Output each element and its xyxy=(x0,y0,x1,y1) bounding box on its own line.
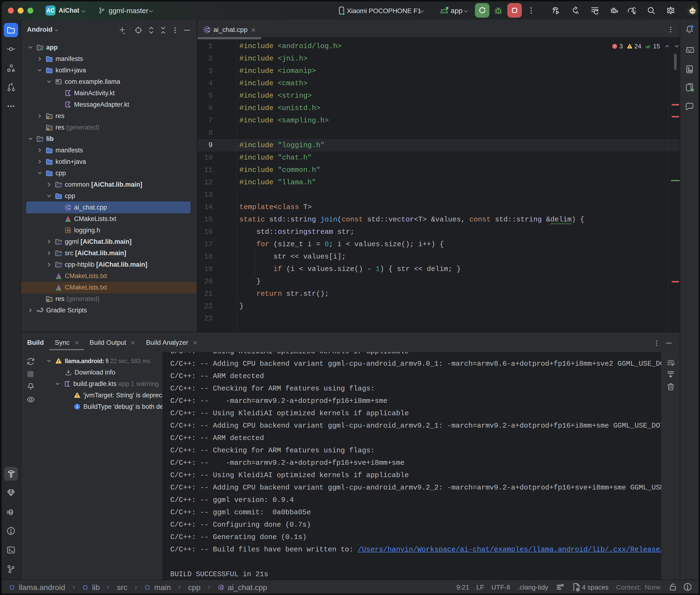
svg-text:A: A xyxy=(576,10,579,15)
